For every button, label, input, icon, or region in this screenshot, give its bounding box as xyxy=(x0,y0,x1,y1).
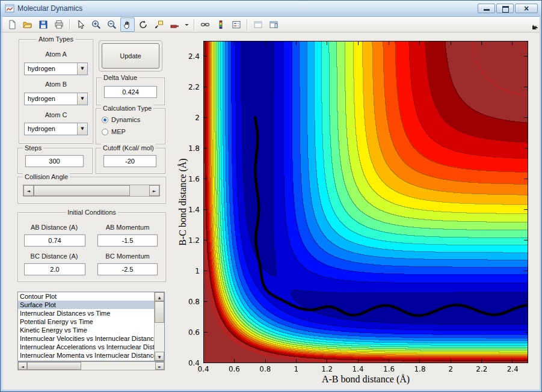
x-tick-label: 2.2 xyxy=(470,365,494,373)
figure-toolbar xyxy=(1,17,541,32)
atom-a-dropdown-arrow-icon[interactable] xyxy=(77,63,87,75)
update-button[interactable]: Update xyxy=(102,43,159,69)
zoom-out-icon[interactable] xyxy=(105,17,119,32)
atom-c-label: Atom C xyxy=(19,111,93,118)
bc-momentum-field[interactable] xyxy=(97,263,158,275)
atom-c-dropdown-arrow-icon[interactable] xyxy=(77,123,87,135)
brush-icon[interactable] xyxy=(167,17,182,32)
list-item[interactable]: Internuclear Accelerations vs Internucle… xyxy=(18,343,155,351)
list-item[interactable]: Internuclear Momenta vs Internuclear Dis… xyxy=(18,351,155,360)
radio-mep[interactable]: MEP xyxy=(102,127,126,136)
print-figure-icon[interactable] xyxy=(52,17,66,32)
bc-distance-field[interactable] xyxy=(24,263,85,275)
ab-distance-field[interactable] xyxy=(24,234,85,247)
slider-right-arrow-icon[interactable] xyxy=(149,185,159,196)
bc-momentum-label: BC Momentum xyxy=(94,253,161,260)
radio-dynamics-circle-icon xyxy=(102,117,108,123)
toolbar-separator xyxy=(69,19,70,30)
atom-a-label: Atom A xyxy=(19,51,93,58)
y-tick-label: 2 xyxy=(177,114,200,122)
atom-b-dropdown-arrow-icon[interactable] xyxy=(77,93,87,105)
x-tick-label: 2.4 xyxy=(500,365,525,373)
x-tick-label: 1 xyxy=(284,365,308,373)
y-tick-label: 2.4 xyxy=(177,52,200,61)
open-file-icon[interactable] xyxy=(20,17,35,32)
calculation-type-title: Calculation Type xyxy=(101,104,153,112)
figure-window-icon xyxy=(5,4,14,13)
steps-title: Steps xyxy=(23,144,43,152)
new-figure-icon[interactable] xyxy=(5,17,19,32)
vertical-scroll-thumb[interactable] xyxy=(155,301,164,323)
radio-mep-label: MEP xyxy=(111,128,126,135)
listbox-horizontal-scrollbar[interactable] xyxy=(17,361,165,370)
slider-thumb[interactable] xyxy=(34,185,130,196)
radio-dynamics-label: Dynamics xyxy=(111,116,140,123)
scroll-right-arrow-icon[interactable] xyxy=(155,362,164,370)
save-figure-icon[interactable] xyxy=(36,17,51,32)
minimize-button[interactable] xyxy=(478,4,495,13)
list-item[interactable]: Kinetic Energy vs Time xyxy=(18,326,155,334)
maximize-button[interactable] xyxy=(496,4,514,13)
contour-plot[interactable] xyxy=(203,41,528,363)
collision-angle-slider[interactable] xyxy=(23,185,160,197)
pan-icon[interactable] xyxy=(120,17,135,32)
delta-value-title: Delta Value xyxy=(102,73,139,82)
list-item[interactable]: Internuclear Velocities vs Internuclear … xyxy=(18,334,155,343)
atom-a-select[interactable]: hydrogen xyxy=(24,63,88,75)
x-tick-label: 0.8 xyxy=(253,365,277,373)
app-window: Molecular Dynamics Atom Types Atom A hyd… xyxy=(0,0,542,392)
y-tick-label: 1.8 xyxy=(177,144,200,153)
list-item[interactable]: Potential Energy vs Time xyxy=(18,317,155,326)
plot-type-listbox[interactable]: Contour PlotSurface PlotInternuclear Dis… xyxy=(17,292,165,361)
list-item[interactable]: Internuclear Distances vs Time xyxy=(18,309,155,317)
calculation-type-panel: Calculation Type Dynamics MEP xyxy=(96,108,165,144)
atom-b-label: Atom B xyxy=(19,81,93,88)
list-item[interactable]: Surface Plot xyxy=(18,301,155,309)
x-tick-label: 0.6 xyxy=(222,365,246,373)
cutoff-title: Cutoff (Kcal/ mol) xyxy=(101,144,156,152)
initial-conditions-title: Initial Conditions xyxy=(66,208,118,216)
link-plot-icon[interactable] xyxy=(198,17,212,32)
steps-panel: Steps xyxy=(17,148,93,174)
x-tick-label: 1.8 xyxy=(408,365,432,373)
insert-legend-icon[interactable] xyxy=(229,17,244,32)
rotate-3d-icon[interactable] xyxy=(136,17,150,32)
x-axis-label: A-B bond distance (Å) xyxy=(203,374,528,385)
list-item[interactable]: Contour Plot xyxy=(18,292,155,301)
data-cursor-icon[interactable] xyxy=(152,17,166,32)
delta-value-panel: Delta Value xyxy=(96,78,165,105)
insert-colorbar-icon[interactable] xyxy=(214,17,228,32)
y-tick-label: 0.8 xyxy=(177,298,200,306)
radio-mep-circle-icon xyxy=(102,129,108,135)
collision-angle-panel: Collision Angle xyxy=(17,177,166,204)
title-bar[interactable]: Molecular Dynamics xyxy=(1,1,541,17)
ab-distance-label: AB Distance (A) xyxy=(20,224,88,231)
listbox-vertical-scrollbar[interactable] xyxy=(154,292,164,361)
y-axis-label: B-C bond distance (Å) xyxy=(177,158,188,245)
horizontal-scroll-thumb[interactable] xyxy=(27,362,81,370)
radio-dynamics[interactable]: Dynamics xyxy=(102,115,140,124)
brush-dropdown-icon[interactable] xyxy=(183,17,191,32)
y-tick-label: 1.6 xyxy=(177,175,200,183)
delta-value-field[interactable] xyxy=(104,86,157,98)
y-tick-label: 2.2 xyxy=(177,83,200,91)
slider-left-arrow-icon[interactable] xyxy=(23,185,34,196)
window-title: Molecular Dynamics xyxy=(17,4,82,13)
zoom-in-icon[interactable] xyxy=(89,17,103,32)
atom-c-select[interactable]: hydrogen xyxy=(24,123,88,135)
toolbar-overflow-icon[interactable] xyxy=(532,22,539,29)
atom-b-select[interactable]: hydrogen xyxy=(24,93,88,105)
ab-momentum-field[interactable] xyxy=(97,234,158,247)
ab-momentum-label: AB Momentum xyxy=(94,224,161,231)
cutoff-field[interactable] xyxy=(103,155,156,167)
atom-c-value: hydrogen xyxy=(28,125,55,132)
scroll-up-arrow-icon[interactable] xyxy=(155,292,164,301)
scroll-left-arrow-icon[interactable] xyxy=(18,362,27,370)
show-plot-tools-icon[interactable] xyxy=(266,17,281,32)
steps-field[interactable] xyxy=(25,155,84,167)
scroll-down-arrow-icon[interactable] xyxy=(155,352,164,361)
toolbar-separator xyxy=(194,19,195,30)
hide-plot-tools-icon[interactable] xyxy=(251,17,265,32)
close-button[interactable] xyxy=(515,4,538,13)
edit-plot-icon[interactable] xyxy=(73,17,88,32)
